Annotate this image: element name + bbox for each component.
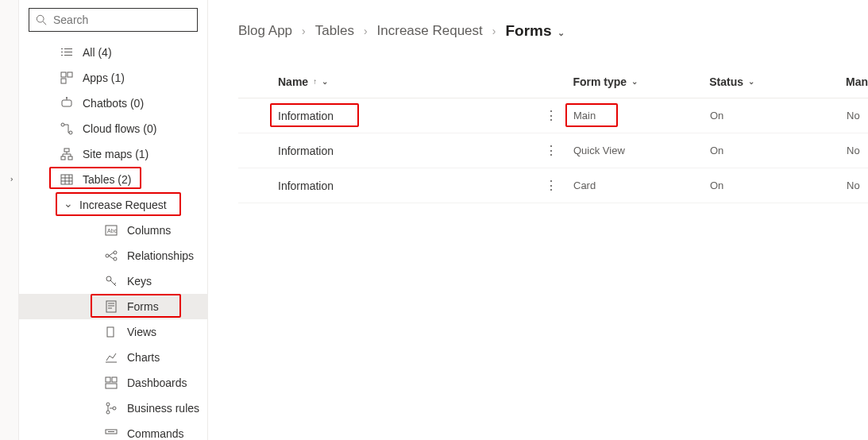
column-header-name[interactable]: Name ↑ ⌄ [278,75,573,88]
breadcrumb-current[interactable]: Forms ⌄ [505,22,564,40]
svg-rect-46 [106,384,117,388]
sidebar-item-label: Commands [127,427,184,440]
sidebar-item-label: Site maps (1) [83,148,149,160]
svg-rect-23 [61,175,72,184]
sidebar-item-label: Chatbots (0) [83,97,144,110]
svg-rect-44 [106,377,110,382]
sidebar-item-label: Keys [127,275,152,288]
cell-managed: No [847,110,868,122]
table-row[interactable]: Information ⋮ Main On No [238,98,868,133]
collapsed-rail: ⌄ [0,0,19,440]
key-icon [105,275,118,288]
search-box[interactable] [29,8,198,32]
svg-rect-2 [61,48,63,49]
cell-managed: No [847,145,868,156]
svg-point-15 [69,131,72,134]
svg-line-34 [109,256,114,259]
svg-rect-17 [61,156,65,160]
chevron-down-icon: ⌄ [748,77,754,86]
svg-point-13 [66,97,68,98]
sidebar-item-forms[interactable]: Forms [19,294,207,319]
breadcrumb-app[interactable]: Blog App [238,23,292,39]
sidebar-item-commands[interactable]: Commands [19,421,207,440]
sidebar-item-cloudflows[interactable]: Cloud flows (0) [19,116,207,141]
sidebar-item-relationships[interactable]: Relationships [19,243,207,268]
sidebar-item-label: Business rules [127,402,199,415]
table-row[interactable]: Information ⋮ Card On No [238,168,868,203]
cell-status: On [710,110,847,122]
sidebar-item-label: Relationships [127,249,194,262]
breadcrumb-entity[interactable]: Increase Request [377,23,483,39]
chart-icon [105,351,118,364]
table-header: Name ↑ ⌄ Form type ⌄ Status ⌄ Man [238,65,868,98]
svg-rect-42 [107,327,114,337]
sidebar-item-views[interactable]: Views [19,319,207,345]
sidebar-item-label: Columns [127,224,171,237]
row-more-icon[interactable]: ⋮ [545,143,557,158]
sitemap-icon [60,148,73,160]
svg-line-33 [109,253,114,256]
breadcrumb-separator: › [302,25,306,37]
cell-status: On [710,145,847,156]
column-header-formtype[interactable]: Form type ⌄ [573,75,709,88]
columns-icon: Abc [105,224,118,237]
table-icon [60,173,73,186]
svg-point-30 [106,254,109,257]
sidebar-item-label: Forms [127,300,159,313]
main-content: Blog App › Tables › Increase Request › F… [208,0,868,440]
svg-rect-6 [61,55,63,56]
svg-point-47 [106,403,110,406]
svg-rect-16 [64,149,69,152]
sidebar-item-businessrules[interactable]: Business rules [19,396,207,421]
sidebar-item-tables[interactable]: Tables (2) [19,167,207,192]
svg-line-37 [114,283,116,284]
cell-name[interactable]: Information [278,110,573,122]
sidebar-item-label: Dashboards [127,376,187,389]
sidebar-item-label: Views [127,326,156,338]
sidebar-item-apps[interactable]: Apps (1) [19,65,207,91]
breadcrumb-separator: › [492,25,496,37]
svg-point-48 [106,411,110,414]
table-row[interactable]: Information ⋮ Quick View On No [238,133,868,168]
chatbot-icon [60,97,73,110]
svg-point-49 [113,407,116,410]
svg-line-1 [43,21,46,25]
search-icon [36,14,47,25]
row-more-icon[interactable]: ⋮ [545,108,557,123]
sidebar-item-sitemaps[interactable]: Site maps (1) [19,141,207,167]
sidebar-item-increase-request[interactable]: Increase Request [19,192,207,218]
row-more-icon[interactable]: ⋮ [545,178,557,193]
svg-point-32 [114,257,117,261]
sidebar-item-keys[interactable]: Keys [19,268,207,294]
sidebar-item-label: Tables (2) [83,173,131,186]
column-header-status[interactable]: Status ⌄ [709,75,846,88]
sidebar-item-charts[interactable]: Charts [19,345,207,370]
svg-rect-45 [112,377,117,382]
sidebar-item-label: Apps (1) [83,71,125,84]
column-header-managed[interactable]: Man [846,75,868,88]
svg-rect-8 [61,72,66,77]
svg-point-31 [114,251,117,254]
sidebar-item-columns[interactable]: Abc Columns [19,218,207,243]
cell-name[interactable]: Information [278,145,573,157]
commands-icon [105,427,118,440]
expand-caret-icon[interactable]: ⌄ [6,176,14,183]
svg-text:Abc: Abc [107,228,118,234]
svg-rect-11 [62,100,71,106]
sidebar-item-label: Cloud flows (0) [83,122,156,135]
dashboard-icon [105,376,118,389]
breadcrumb-tables[interactable]: Tables [315,23,354,39]
sidebar-item-chatbots[interactable]: Chatbots (0) [19,91,207,116]
chevron-down-icon: ⌄ [557,28,565,37]
search-input[interactable] [53,14,191,26]
svg-rect-7 [64,55,72,56]
sidebar-item-all[interactable]: All (4) [19,40,207,65]
breadcrumb-separator: › [364,25,368,37]
apps-icon [60,71,73,84]
chevron-down-icon: ⌄ [322,77,328,86]
cell-name[interactable]: Information [278,179,573,192]
sidebar-item-dashboards[interactable]: Dashboards [19,370,207,396]
svg-rect-4 [61,52,63,52]
sidebar-item-label: Increase Request [79,199,167,211]
list-icon [60,46,73,59]
